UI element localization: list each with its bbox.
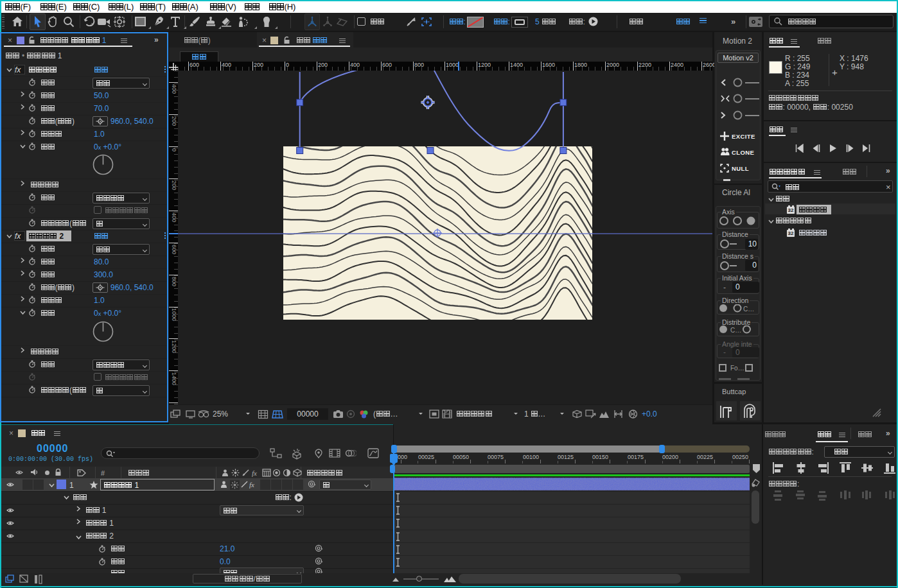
svg-text:fx: fx <box>252 469 257 477</box>
svg-text:fx: fx <box>249 481 254 489</box>
